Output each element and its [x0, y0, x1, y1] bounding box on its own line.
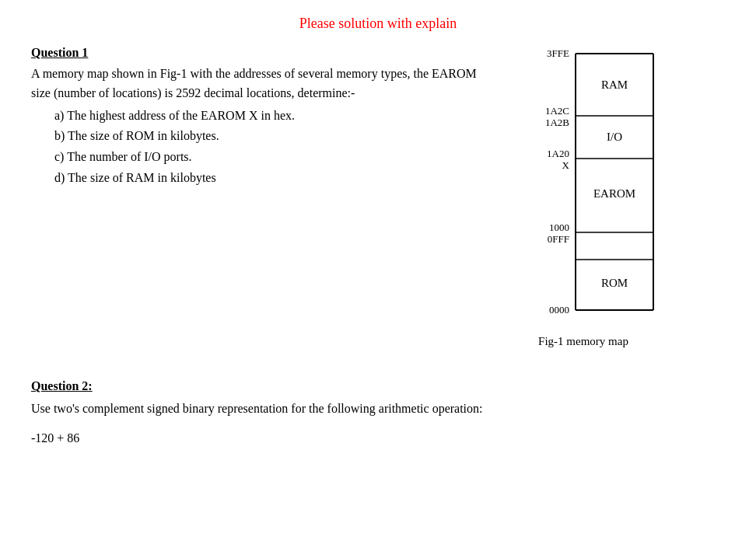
svg-text:EAROM: EAROM — [593, 187, 635, 200]
svg-text:1000: 1000 — [549, 221, 569, 233]
svg-text:3FFE: 3FFE — [547, 47, 569, 59]
question2-body: Use two's complement signed binary repre… — [31, 399, 725, 419]
svg-text:RAM: RAM — [601, 78, 628, 91]
svg-text:1A2B: 1A2B — [545, 117, 569, 128]
svg-text:1A20: 1A20 — [547, 148, 569, 159]
svg-text:ROM: ROM — [601, 277, 628, 289]
svg-text:X: X — [562, 159, 570, 171]
list-item: c) The number of I/O ports. — [54, 148, 482, 167]
question1-intro: A memory map shown in Fig-1 with the add… — [31, 67, 477, 99]
question2-title: Question 2: — [31, 379, 725, 393]
question2-section: Question 2: Use two's complement signed … — [31, 379, 725, 445]
question1-title: Question 1 — [31, 46, 482, 60]
svg-text:1A2C: 1A2C — [545, 105, 569, 117]
svg-text:0FFF: 0FFF — [548, 233, 569, 245]
question1-section: Question 1 A memory map shown in Fig-1 w… — [31, 46, 482, 348]
math-expression: -120 + 86 — [31, 431, 725, 445]
svg-text:I/O: I/O — [607, 131, 622, 143]
memory-diagram: RAM I/O EAROM ROM 3FFE 1A2C 1A2B 1A20 X — [498, 46, 669, 329]
question1-list: a) The highest address of the EAROM X in… — [54, 106, 482, 188]
memory-map-svg: RAM I/O EAROM ROM 3FFE 1A2C 1A2B 1A20 X — [498, 46, 669, 326]
page-header: Please solution with explain — [31, 16, 725, 32]
list-item: a) The highest address of the EAROM X in… — [54, 106, 482, 126]
fig-caption: Fig-1 memory map — [538, 335, 628, 348]
memory-map-area: RAM I/O EAROM ROM 3FFE 1A2C 1A2B 1A20 X — [498, 46, 669, 348]
list-item: b) The size of ROM in kilobytes. — [54, 127, 482, 146]
list-item: d) The size of RAM in kilobytes — [54, 169, 482, 188]
svg-text:0000: 0000 — [549, 304, 569, 316]
